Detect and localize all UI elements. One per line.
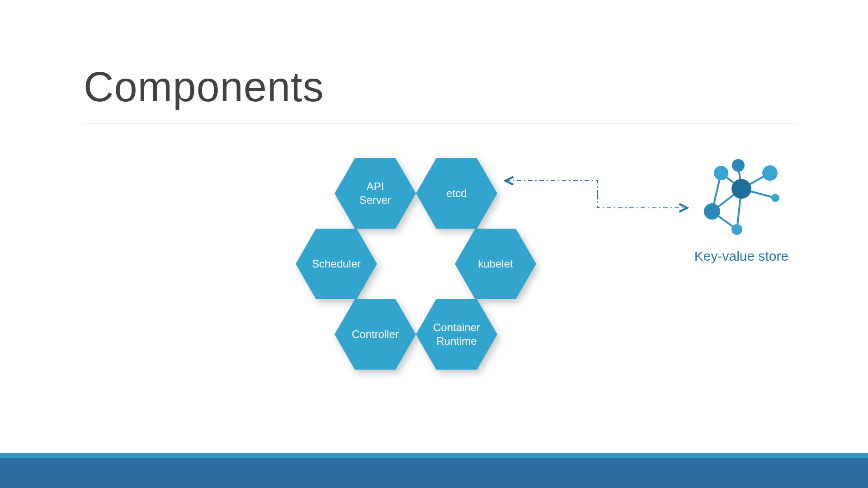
hex-label: Controller [335,299,416,370]
hex-label: etcd [416,158,497,229]
svg-point-18 [771,194,779,202]
page-title: Components [84,63,324,111]
hex-label: Container Runtime [416,299,497,370]
hex-scheduler: Scheduler [296,229,377,299]
network-graph-icon [698,157,784,239]
svg-point-15 [714,166,728,180]
key-value-store: Key-value store [692,157,791,264]
svg-point-19 [704,203,720,220]
hex-controller: Controller [335,299,416,370]
slide: Components API Server etcd Scheduler [0,0,868,488]
svg-point-16 [732,159,745,172]
hex-etcd: etcd [416,158,497,229]
hex-label: kubelet [455,229,536,299]
hex-api-server: API Server [335,158,416,229]
svg-point-20 [731,224,742,235]
hex-container-runtime: Container Runtime [416,299,497,370]
title-underline [84,123,796,123]
footer-main-bar [0,458,868,488]
hexagon-cluster: API Server etcd Scheduler kubelet Contro [289,158,561,402]
hex-label: Scheduler [296,229,377,299]
footer [0,453,868,488]
svg-point-17 [762,165,778,181]
hex-kubelet: kubelet [455,229,536,299]
key-value-store-label: Key-value store [692,249,791,264]
svg-point-14 [731,179,751,199]
footer-accent-bar [0,453,868,458]
hex-label: API Server [335,158,416,229]
